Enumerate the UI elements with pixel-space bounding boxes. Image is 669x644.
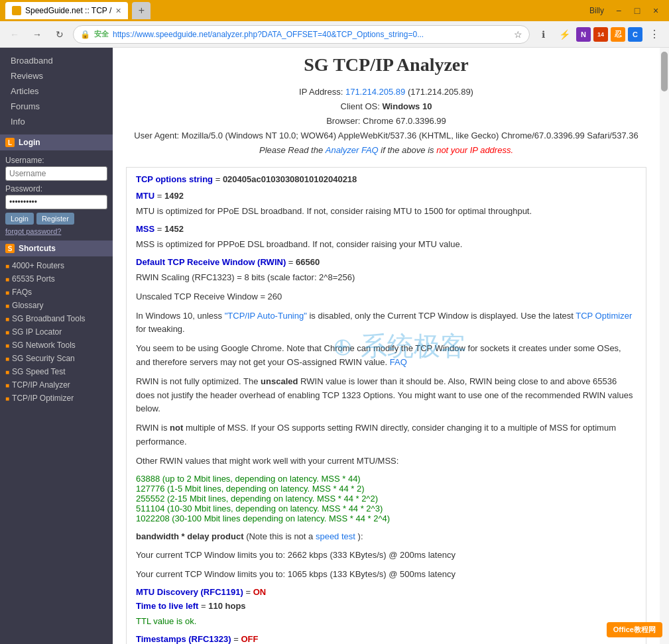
info-block: IP Address: 171.214.205.89 (171.214.205.… <box>126 85 646 158</box>
analyzer-faq-link[interactable]: Analyzer FAQ <box>326 145 379 155</box>
rwin-scaling: RWIN Scaling (RFC1323) = 8 bits (scale f… <box>136 271 637 285</box>
register-button[interactable]: Register <box>36 213 74 225</box>
sidebar-item-info[interactable]: Info <box>0 114 113 129</box>
shortcut-broadband-tools[interactable]: ■ SG Broadband Tools <box>0 312 113 325</box>
bullet-icon: ■ <box>5 342 9 349</box>
other-rwin-label: Other RWIN values that might work well w… <box>136 455 637 468</box>
tcp-string-label: TCP options string <box>136 174 213 184</box>
tab-close-button[interactable]: ✕ <box>115 7 121 15</box>
rwin-option-3[interactable]: 511104 (10-30 Mbit lines, depending on l… <box>136 504 637 513</box>
bullet-icon: ■ <box>5 368 9 376</box>
mtu-discovery-label: MTU Discovery (RFC1191) <box>136 587 243 597</box>
timestamps-param: Timestamps (RFC1323) = OFF <box>136 634 637 644</box>
rwin-option-2[interactable]: 255552 (2-15 Mbit lines, depending on la… <box>136 494 637 504</box>
shortcut-routers[interactable]: ■ 4000+ Routers <box>0 259 113 272</box>
sidebar-item-broadband[interactable]: Broadband <box>0 53 113 68</box>
lightning-button[interactable]: ⚡ <box>555 25 574 44</box>
speed-test-link[interactable]: speed test <box>316 531 355 541</box>
mss-desc: MSS is optimized for PPPoE DSL broadband… <box>136 238 637 252</box>
info-button[interactable]: ℹ <box>534 25 552 44</box>
mss-value: 1452 <box>164 224 184 234</box>
ext2[interactable]: C <box>628 27 642 42</box>
bullet-icon: ■ <box>5 315 9 323</box>
faq-link2[interactable]: FAQ <box>390 357 407 367</box>
mtu-discovery-param: MTU Discovery (RFC1191) = ON <box>136 587 637 597</box>
chrome-note: You seem to be using Google Chrome. Note… <box>136 342 637 370</box>
rwin-option-0[interactable]: 63888 (up to 2 Mbit lines, depending on … <box>136 474 637 484</box>
shortcut-network-tools[interactable]: ■ SG Network Tools <box>0 339 113 352</box>
close-button[interactable]: × <box>648 3 664 19</box>
maximize-button[interactable]: □ <box>629 3 645 19</box>
mss-param: MSS = 1452 <box>136 224 637 234</box>
login-buttons: Login Register <box>5 213 107 225</box>
menu-button[interactable]: ⋮ <box>645 25 664 44</box>
login-button[interactable]: Login <box>5 213 34 225</box>
bullet-icon: ■ <box>5 395 9 402</box>
window-user: Billy <box>589 6 604 15</box>
onenote-extension[interactable]: N <box>576 27 591 42</box>
result-section: TCP options string = 020405ac01030308010… <box>126 167 646 644</box>
shortcut-tcpip-analyzer[interactable]: ■ TCP/IP Analyzer <box>0 378 113 392</box>
rwin-option-1[interactable]: 127776 (1-5 Mbit lines, depending on lat… <box>136 484 637 494</box>
address-bar[interactable]: 🔒 安全 https://www.speedguide.net/analyzer… <box>73 25 530 44</box>
refresh-button[interactable]: ↻ <box>50 25 69 44</box>
username-input[interactable] <box>5 166 107 181</box>
autotuning-post: is disabled, only the Current TCP Window… <box>309 311 573 321</box>
sidebar-item-articles[interactable]: Articles <box>0 83 113 99</box>
bullet-icon: ■ <box>5 329 9 336</box>
main-content: SG TCP/IP Analyzer IP Address: 171.214.2… <box>113 48 660 644</box>
tcp-limit-500: Your current TCP Window limits you to: 1… <box>136 568 637 582</box>
ttl-label: Time to live left <box>136 601 198 611</box>
timestamps-label: Timestamps (RFC1323) <box>136 634 231 644</box>
tcp-optimizer-link[interactable]: TCP Optimizer <box>576 311 632 321</box>
rwin-option-4[interactable]: 1022208 (30-100 Mbit lines depending on … <box>136 513 637 523</box>
shortcut-glossary[interactable]: ■ Glossary <box>0 299 113 312</box>
autotuning-link[interactable]: "TCP/IP Auto-Tuning" <box>225 311 307 321</box>
autotuning-pre: In Windows 10, unless <box>136 311 222 321</box>
sidebar-nav: Broadband Reviews Articles Forums Info <box>0 48 113 134</box>
ip-address-link[interactable]: 171.214.205.89 <box>345 87 405 97</box>
bullet-icon: ■ <box>5 289 9 296</box>
os-label: Client OS: <box>341 101 380 111</box>
scrollbar[interactable] <box>660 48 669 644</box>
shortcut-ip-locator[interactable]: ■ SG IP Locator <box>0 325 113 339</box>
ua-label: User Agent: <box>134 131 179 140</box>
client-os-value: Windows 10 <box>382 101 432 111</box>
shortcut-speed-test[interactable]: ■ SG Speed Test <box>0 365 113 378</box>
shortcut-ports[interactable]: ■ 65535 Ports <box>0 272 113 286</box>
mss-label: MSS <box>136 224 154 234</box>
tcp-eq: = <box>215 174 221 184</box>
bdp-note: (Note this is not a <box>246 531 313 541</box>
browser-tab[interactable]: SpeedGuide.net :: TCP / ✕ <box>5 2 128 19</box>
ext1[interactable]: 忍 <box>611 27 625 42</box>
office-extension[interactable]: 14 <box>593 27 608 42</box>
minimize-button[interactable]: − <box>611 3 627 19</box>
scrollbar-thumb[interactable] <box>661 52 668 91</box>
shortcut-tcpip-optimizer[interactable]: ■ TCP/IP Optimizer <box>0 392 113 405</box>
login-section: Username: Password: Login Register forgo… <box>0 150 113 241</box>
ttl-note: TTL value is ok. <box>136 615 637 629</box>
ip-plain: (171.214.205.89) <box>408 87 473 97</box>
mtu-param: MTU = 1492 <box>136 191 637 201</box>
ua-value: Mozilla/5.0 (Windows NT 10.0; WOW64) App… <box>182 131 639 140</box>
forward-button[interactable]: → <box>28 25 46 44</box>
sidebar-item-reviews[interactable]: Reviews <box>0 68 113 83</box>
shortcuts-header-label: Shortcuts <box>19 244 56 253</box>
main-layout: Broadband Reviews Articles Forums Info L… <box>0 48 669 644</box>
address-text[interactable]: https://www.speedguide.net/analyzer.php?… <box>113 30 510 39</box>
password-input[interactable] <box>5 195 107 209</box>
tcp-limit-200: Your current TCP Window limits you to: 2… <box>136 549 637 563</box>
shortcut-faqs[interactable]: ■ FAQs <box>0 286 113 299</box>
username-label: Username: <box>5 156 107 165</box>
sidebar-item-forums[interactable]: Forums <box>0 99 113 114</box>
bdp-note-end: ): <box>358 531 363 541</box>
star-icon[interactable]: ☆ <box>514 29 522 40</box>
back-button[interactable]: ← <box>5 25 24 44</box>
title-bar-left: SpeedGuide.net :: TCP / ✕ + <box>5 2 151 19</box>
mtu-label: MTU <box>136 191 154 201</box>
shortcut-security-scan[interactable]: ■ SG Security Scan <box>0 352 113 365</box>
shortcuts-section-header: S Shortcuts <box>0 241 113 256</box>
forgot-password-link[interactable]: forgot password? <box>5 227 107 235</box>
bullet-icon: ■ <box>5 262 9 270</box>
new-tab-button[interactable]: + <box>132 2 151 19</box>
